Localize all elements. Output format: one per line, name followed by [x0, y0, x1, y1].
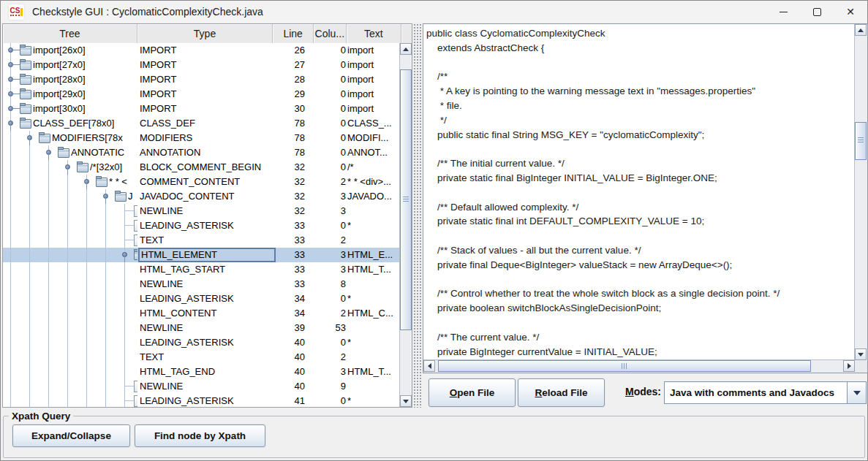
column-header-tree[interactable]: Tree: [3, 24, 137, 43]
collapsed-handle-icon[interactable]: [8, 77, 13, 82]
table-row[interactable]: JJAVADOC_CONTENT323JAVADO...: [3, 189, 400, 204]
table-row[interactable]: import[26x0]IMPORT260import: [3, 43, 400, 58]
find-node-by-xpath-button[interactable]: Find node by Xpath: [135, 424, 265, 447]
folder-icon: [77, 163, 88, 172]
cell-type: LEADING_ASTERISK: [140, 292, 273, 306]
table-row[interactable]: NEWLINE323: [3, 204, 400, 218]
scroll-down-button[interactable]: [400, 395, 412, 407]
checkstyle-logo-bar: [20, 8, 23, 16]
table-row[interactable]: /*[32x0]BLOCK_COMMENT_BEGIN320/*: [3, 160, 400, 175]
scrollbar-thumb[interactable]: [438, 360, 811, 372]
tree-connector-line: [29, 140, 30, 145]
tree-guide-line: [10, 218, 11, 233]
tree-guide-line: [10, 365, 11, 379]
scrollbar-thumb[interactable]: [855, 122, 867, 160]
code-vertical-scrollbar[interactable]: [854, 24, 867, 360]
tree-guide-line: [48, 365, 49, 379]
expand-collapse-button[interactable]: Expand/Collapse: [12, 424, 130, 447]
code-horizontal-scrollbar[interactable]: [423, 359, 855, 373]
column-header-column[interactable]: Colu...: [314, 24, 347, 43]
tree-guide-line: [48, 292, 49, 306]
table-row[interactable]: LEADING_ASTERISK410*: [3, 394, 400, 407]
arrow-right-icon: [848, 363, 851, 369]
cell-column: 2: [314, 350, 346, 365]
reload-file-button[interactable]: Reload File: [518, 378, 605, 407]
table-vertical-scrollbar[interactable]: [399, 43, 412, 407]
table-row[interactable]: TEXT332: [3, 233, 400, 248]
tree-guide-line: [10, 350, 11, 365]
cell-line: 34: [274, 292, 305, 306]
table-row[interactable]: import[28x0]IMPORT280import: [3, 72, 400, 87]
scroll-up-button[interactable]: [400, 43, 412, 55]
tree-connector-line: [125, 386, 134, 386]
tree-guide-line: [86, 233, 87, 248]
tree-guide-line: [67, 277, 68, 292]
tree-cell: [3, 379, 137, 394]
collapsed-handle-icon[interactable]: [8, 91, 13, 96]
table-row[interactable]: import[30x0]IMPORT300import: [3, 102, 400, 116]
modes-combobox-dropdown-button[interactable]: [847, 382, 866, 403]
collapsed-handle-icon[interactable]: [8, 62, 13, 67]
minimize-button[interactable]: [766, 1, 800, 23]
modes-combobox[interactable]: Java with comments and Javadocs: [664, 381, 867, 404]
scroll-right-button[interactable]: [843, 360, 855, 372]
table-row[interactable]: HTML_TAG_START333HTML_T...: [3, 262, 400, 277]
cell-column: 8: [314, 277, 346, 292]
tree-guide-line: [124, 335, 125, 350]
close-button[interactable]: ✕: [834, 1, 867, 23]
tree-guide-line: [10, 262, 11, 277]
tree-guide-line: [48, 218, 49, 233]
cell-type: TEXT: [140, 350, 273, 365]
tree-guide-line: [29, 248, 30, 262]
tree-guide-line: [86, 292, 87, 306]
leaf-icon: [134, 381, 137, 392]
folder-icon: [134, 251, 137, 260]
table-row[interactable]: import[27x0]IMPORT270import: [3, 58, 400, 72]
table-row[interactable]: HTML_TAG_END403HTML_T...: [3, 365, 400, 379]
column-header-line[interactable]: Line: [273, 24, 314, 43]
table-row[interactable]: CLASS_DEF[78x0]CLASS_DEF780CLASS_...: [3, 116, 400, 131]
table-row[interactable]: import[29x0]IMPORT290import: [3, 87, 400, 102]
tree-cell: /*[32x0]: [3, 160, 137, 175]
scroll-left-button[interactable]: [423, 360, 435, 372]
table-row[interactable]: ANNOTATICANNOTATION780ANNOT...: [3, 145, 400, 160]
table-row[interactable]: LEADING_ASTERISK400*: [3, 335, 400, 350]
tree-connector-line: [13, 50, 20, 50]
table-row[interactable]: LEADING_ASTERISK330*: [3, 218, 400, 233]
split-pane-divider[interactable]: [413, 23, 423, 408]
column-header-text[interactable]: Text: [347, 24, 401, 43]
tree-cell: [3, 262, 137, 277]
scrollbar-thumb[interactable]: [400, 69, 412, 330]
table-row[interactable]: NEWLINE3953: [3, 321, 400, 335]
cell-text: MODIFI...: [347, 131, 400, 145]
table-row[interactable]: TEXT402: [3, 350, 400, 365]
table-row[interactable]: MODIFIERS[78xMODIFIERS780MODIFI...: [3, 131, 400, 145]
table-row[interactable]: * * <COMMENT_CONTENT322* * <div>...: [3, 175, 400, 189]
cell-line: 40: [274, 335, 305, 350]
table-row[interactable]: NEWLINE409: [3, 379, 400, 394]
cell-type: LEADING_ASTERISK: [140, 218, 273, 233]
source-code-view[interactable]: public class CyclomaticComplexityCheck e…: [423, 24, 855, 360]
cell-text: HTML_C...: [347, 306, 400, 321]
table-row[interactable]: HTML_ELEMENT333HTML_E...: [3, 248, 400, 262]
cell-text: [347, 277, 400, 292]
folder-icon: [115, 192, 127, 202]
cell-column: 0: [314, 394, 346, 407]
cell-column: 0: [314, 131, 346, 145]
scroll-down-button[interactable]: [855, 348, 867, 360]
cell-type: NEWLINE: [140, 379, 273, 394]
cell-column: 3: [314, 189, 346, 204]
tree-guide-line: [10, 175, 11, 189]
collapsed-handle-icon[interactable]: [8, 47, 13, 53]
table-row[interactable]: NEWLINE338: [3, 277, 400, 292]
maximize-button[interactable]: [800, 1, 834, 23]
table-row[interactable]: HTML_CONTENT342HTML_C...: [3, 306, 400, 321]
cell-column: 0: [314, 145, 346, 160]
scroll-up-button[interactable]: [855, 24, 867, 36]
column-header-type[interactable]: Type: [137, 24, 273, 43]
open-file-button[interactable]: Open File: [429, 378, 516, 407]
collapsed-handle-icon[interactable]: [8, 106, 13, 111]
leaf-icon: [134, 235, 137, 246]
source-code-text: public class CyclomaticComplexityCheck e…: [423, 24, 855, 359]
table-row[interactable]: LEADING_ASTERISK340*: [3, 292, 400, 306]
